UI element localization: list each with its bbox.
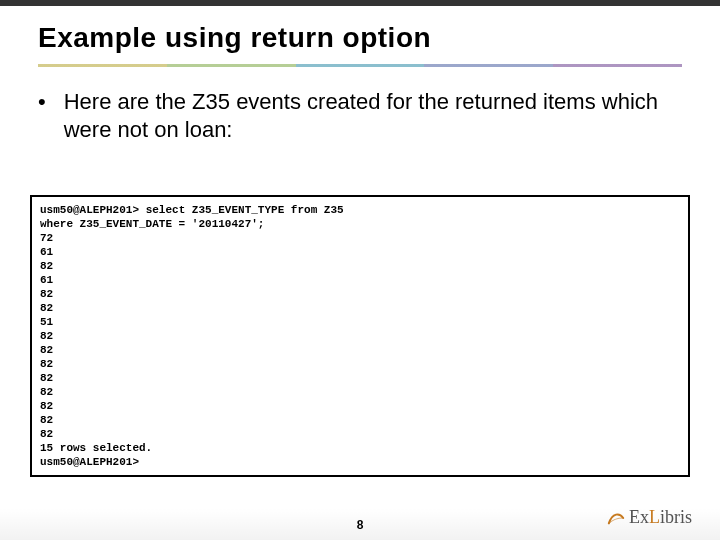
title-underline [38,64,682,67]
code-result-row: 82 [40,400,53,412]
code-block: usm50@ALEPH201> select Z35_EVENT_TYPE fr… [30,195,690,477]
code-result-row: 82 [40,302,53,314]
code-rows-selected: 15 rows selected. [40,442,152,454]
bottom-shadow [0,508,720,540]
bullet-item: • Here are the Z35 events created for th… [38,88,682,144]
slide: Example using return option • Here are t… [0,0,720,540]
code-result-row: 61 [40,246,53,258]
code-result-row: 82 [40,288,53,300]
code-result-row: 82 [40,428,53,440]
code-result-row: 72 [40,232,53,244]
code-result-row: 82 [40,260,53,272]
code-query-2: where Z35_EVENT_DATE = '20110427'; [40,218,264,230]
bullet-dot-icon: • [38,88,46,116]
code-result-row: 82 [40,358,53,370]
code-result-row: 82 [40,330,53,342]
slide-body: • Here are the Z35 events created for th… [38,88,682,144]
code-result-row: 82 [40,414,53,426]
code-prompt: usm50@ALEPH201> [40,204,139,216]
code-result-row: 61 [40,274,53,286]
code-query-1: select Z35_EVENT_TYPE from Z35 [146,204,344,216]
code-result-row: 82 [40,372,53,384]
bullet-text: Here are the Z35 events created for the … [64,88,682,144]
code-end-prompt: usm50@ALEPH201> [40,456,139,468]
code-result-row: 82 [40,344,53,356]
slide-title: Example using return option [38,22,682,54]
top-bar [0,0,720,6]
code-result-row: 51 [40,316,53,328]
code-result-row: 82 [40,386,53,398]
